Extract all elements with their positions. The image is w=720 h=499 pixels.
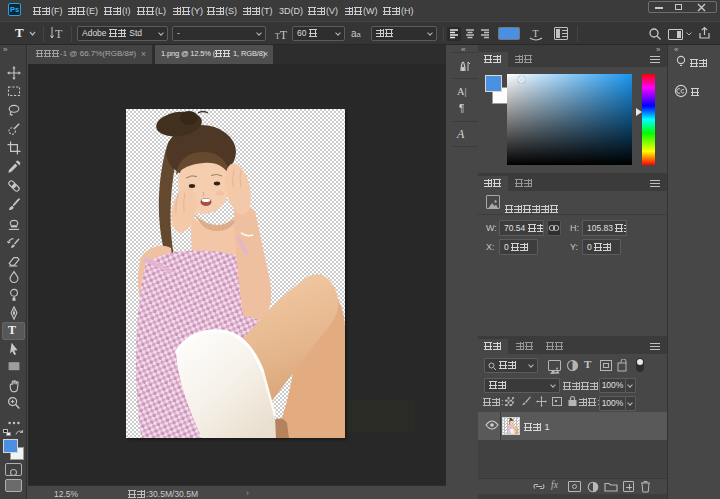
svg-text:T: T (55, 27, 63, 41)
svg-text:T: T (533, 28, 539, 39)
